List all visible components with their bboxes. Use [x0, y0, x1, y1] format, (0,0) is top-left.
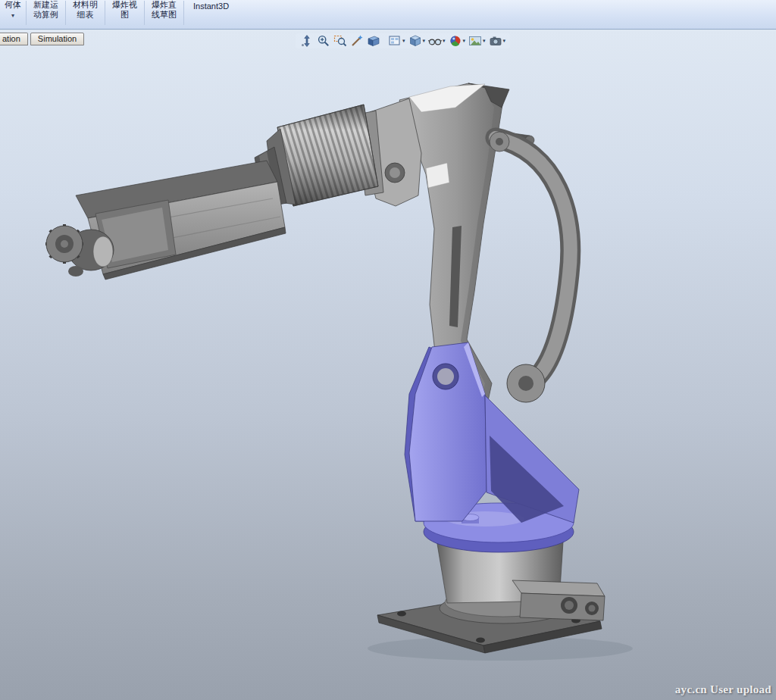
toolbar-separator	[183, 1, 184, 25]
dropdown-arrow-icon[interactable]: ▾	[503, 38, 506, 44]
dropdown-arrow-icon[interactable]: ▾	[11, 12, 14, 19]
dropdown-arrow-icon[interactable]: ▾	[483, 38, 486, 44]
toolbar-button-label: 细表	[77, 10, 94, 20]
watermark-text: ayc.cn User upload	[675, 683, 771, 696]
zoom-to-fit-icon	[300, 34, 314, 48]
dropdown-arrow-icon[interactable]: ▾	[423, 38, 426, 44]
robot-arm-model[interactable]	[0, 29, 776, 700]
heads-up-view-toolbar: ▾ ▾ ▾	[296, 33, 510, 48]
display-style-icon	[408, 34, 422, 48]
toolbar-button-instant3d[interactable]: Instant3D	[186, 0, 236, 11]
magnified-selection-icon	[350, 34, 364, 48]
display-style-button[interactable]: ▾	[408, 34, 427, 48]
toolbar-separator	[65, 1, 66, 25]
toolbar-button-label: 材料明	[73, 0, 98, 10]
zoom-to-area-button[interactable]	[333, 34, 348, 48]
command-toolbar: 何体 ▾ 新建运 动算例 材料明 细表 爆炸视 图 爆炸直 线草图 Instan…	[0, 0, 776, 30]
zoom-to-fit-button[interactable]	[299, 34, 314, 48]
toolbar-button-label: 爆炸视	[112, 0, 137, 10]
tab-simulation[interactable]: Simulation	[30, 33, 84, 45]
toolbar-separator	[26, 1, 27, 25]
toolbar-button-bill-of-materials[interactable]: 材料明 细表	[67, 0, 103, 20]
forearm[interactable]	[45, 98, 449, 280]
toolbar-separator	[105, 1, 105, 25]
view-orientation-icon	[388, 34, 402, 48]
side-connector-box[interactable]	[512, 580, 605, 620]
edit-appearance-icon	[449, 34, 462, 48]
toolbar-button-explode-line-sketch[interactable]: 爆炸直 线草图	[146, 0, 182, 20]
toolbar-button-exploded-view[interactable]: 爆炸视 图	[107, 0, 142, 20]
hide-show-items-button[interactable]: ▾	[427, 34, 446, 48]
graphics-viewport[interactable]: ation Simulation	[0, 29, 776, 700]
section-view-button[interactable]	[366, 34, 381, 48]
view-settings-button[interactable]: ▾	[488, 34, 507, 48]
apply-scene-icon	[468, 34, 482, 48]
tab-animation[interactable]: ation	[0, 33, 28, 45]
toolbar-button-partial[interactable]: 何体 ▾	[2, 0, 24, 19]
dropdown-arrow-icon[interactable]: ▾	[402, 38, 405, 44]
solidworks-window: 何体 ▾ 新建运 动算例 材料明 细表 爆炸视 图 爆炸直 线草图 Instan…	[0, 0, 776, 700]
dropdown-arrow-icon[interactable]: ▾	[463, 38, 466, 44]
dropdown-arrow-icon[interactable]: ▾	[443, 38, 446, 44]
edit-appearance-button[interactable]: ▾	[448, 34, 467, 48]
toolbar-button-label: 动算例	[33, 10, 58, 20]
apply-scene-button[interactable]: ▾	[468, 34, 487, 48]
toolbar-button-new-motion-study[interactable]: 新建运 动算例	[28, 0, 64, 20]
zoom-in-out-icon	[317, 34, 330, 48]
study-tab-bar: ation Simulation	[0, 33, 84, 45]
toolbar-separator	[144, 1, 145, 25]
toolbar-button-label: 何体	[5, 0, 21, 10]
toolbar-button-label: 新建运	[33, 0, 58, 10]
view-orientation-button[interactable]: ▾	[387, 34, 406, 48]
zoom-to-area-icon	[333, 34, 347, 48]
toolbar-button-label: 线草图	[152, 10, 177, 20]
zoom-in-out-button[interactable]	[316, 34, 331, 48]
hide-show-items-icon	[428, 34, 442, 48]
section-view-icon	[367, 34, 380, 48]
toolbar-button-label: 爆炸直	[152, 0, 177, 10]
toolbar-button-label: 图	[120, 10, 129, 20]
magnified-selection-button[interactable]	[349, 34, 365, 48]
view-settings-icon	[489, 34, 502, 48]
linkage-rod[interactable]	[490, 130, 571, 402]
